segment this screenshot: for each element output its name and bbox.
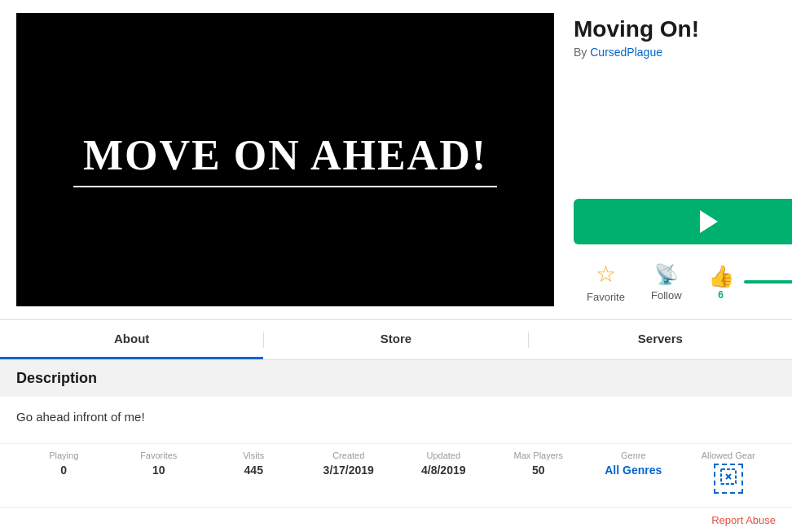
stat-playing: Playing 0 (16, 451, 112, 494)
stat-created-value: 3/17/2019 (323, 464, 374, 477)
stat-updated-value: 4/8/2019 (421, 464, 466, 477)
tabs-row: About Store Servers (0, 320, 792, 359)
tab-about[interactable]: About (0, 320, 263, 359)
author-prefix: By (574, 46, 587, 59)
vote-bar-green (744, 280, 792, 284)
stat-playing-value: 0 (60, 464, 67, 477)
favorite-label: Favorite (587, 291, 625, 303)
follow-label: Follow (651, 289, 682, 301)
stat-visits-label: Visits (243, 451, 264, 460)
stat-favorites-label: Favorites (140, 451, 177, 460)
tab-store[interactable]: Store (264, 320, 527, 359)
stat-genre-label: Genre (621, 451, 646, 460)
stat-updated-label: Updated (426, 451, 460, 460)
page-container: MOVE ON AHEAD! Moving On! By CursedPlagu… (0, 0, 792, 532)
stat-playing-label: Playing (49, 451, 78, 460)
stat-visits-value: 445 (244, 464, 263, 477)
stat-genre: Genre All Genres (586, 451, 681, 494)
stat-maxplayers-label: Max Players (513, 451, 563, 460)
stat-favorites-value: 10 (152, 464, 165, 477)
stats-row: Playing 0 Favorites 10 Visits 445 Create… (0, 443, 792, 507)
stat-maxplayers-value: 50 (532, 464, 545, 477)
content-section: Description Go ahead infront of me! Play… (0, 360, 792, 532)
description-text: Go ahead infront of me! (0, 397, 792, 437)
thumbnail-underline (73, 186, 497, 187)
report-row: Report Abuse (0, 507, 792, 532)
stat-allowedgear-label: Allowed Gear (702, 451, 755, 460)
game-title: Moving On! (574, 16, 792, 42)
game-thumbnail: MOVE ON AHEAD! (16, 13, 554, 306)
like-dislike-group: 👍 6 👎 1 (702, 261, 792, 304)
stat-created: Created 3/17/2019 (301, 451, 397, 494)
author-link[interactable]: CursedPlague (590, 46, 662, 59)
tab-servers[interactable]: Servers (529, 320, 792, 359)
right-panel: Moving On! By CursedPlague ☆ Favorite 📡 … (574, 13, 792, 306)
follow-button[interactable]: 📡 Follow (638, 260, 695, 305)
tabs-section: About Store Servers (0, 319, 792, 360)
favorite-button[interactable]: ☆ Favorite (574, 257, 638, 306)
like-count: 6 (718, 289, 724, 301)
thumbs-up-icon: 👍 (708, 264, 734, 289)
star-icon: ☆ (596, 261, 616, 288)
stat-maxplayers: Max Players 50 (491, 451, 587, 494)
stat-genre-value[interactable]: All Genres (605, 464, 662, 477)
like-button[interactable]: 👍 6 (702, 261, 741, 304)
play-icon (700, 210, 718, 233)
allowed-gear-icon (714, 464, 743, 494)
stat-created-label: Created (332, 451, 364, 460)
game-author: By CursedPlague (574, 46, 792, 59)
action-buttons: ☆ Favorite 📡 Follow 👍 6 (574, 257, 792, 306)
stat-allowedgear: Allowed Gear (681, 451, 777, 494)
report-link[interactable]: Report Abuse (711, 514, 776, 526)
top-section: MOVE ON AHEAD! Moving On! By CursedPlagu… (0, 0, 792, 319)
vote-bar (744, 280, 792, 284)
play-button[interactable] (574, 199, 792, 244)
stat-visits: Visits 445 (206, 451, 301, 494)
follow-icon: 📡 (654, 263, 679, 286)
description-header: Description (0, 360, 792, 397)
stat-favorites: Favorites 10 (112, 451, 207, 494)
stat-updated: Updated 4/8/2019 (396, 451, 491, 494)
thumbnail-title: MOVE ON AHEAD! (83, 132, 487, 178)
